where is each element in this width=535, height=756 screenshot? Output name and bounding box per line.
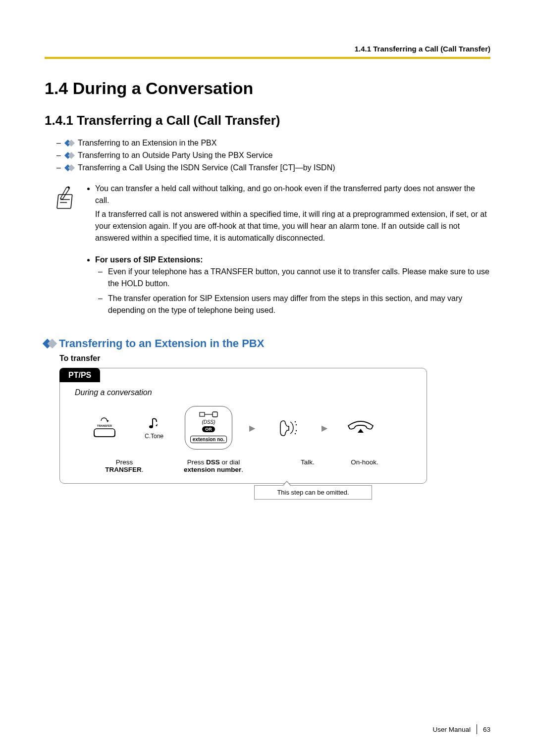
diamond-bullet-icon <box>65 165 74 170</box>
svg-rect-6 <box>94 429 115 437</box>
sip-note: For users of SIP Extensions: Even if you… <box>84 254 490 316</box>
procedure-diagram: PT/PS During a conversation TRANSFER <box>59 368 427 484</box>
diamond-bullet-icon <box>44 340 56 347</box>
list-dash: – <box>56 137 65 150</box>
svg-point-12 <box>296 424 297 425</box>
pencil-note-icon <box>56 183 84 319</box>
page-number: 63 <box>483 726 490 733</box>
note-bullet: You can transfer a held call without tal… <box>95 183 490 244</box>
note-block: You can transfer a held call without tal… <box>56 183 490 319</box>
caption-onhook: On-hook. <box>337 458 392 473</box>
cross-ref-list: – Transferring to an Extension in the PB… <box>56 137 490 174</box>
or-label: OR <box>202 426 215 432</box>
flow-row: TRANSFER C.Tone <box>75 406 417 450</box>
procedure-heading: Transferring to an Extension in the PBX <box>59 337 264 350</box>
dss-or-extension: (DSS) OR extension no. <box>174 406 243 450</box>
sip-title: For users of SIP Extensions: <box>95 255 203 264</box>
subsection-heading: 1.4.1 Transferring a Call (Call Transfer… <box>45 113 490 128</box>
ctone-label: C.Tone <box>134 433 174 440</box>
procedure-subheading: To transfer <box>59 354 490 363</box>
svg-point-14 <box>295 433 296 434</box>
caption-talk: Talk. <box>278 458 337 473</box>
note-text: You can transfer a held call without tal… <box>95 184 475 204</box>
cross-ref-text: Transferring a Call Using the ISDN Servi… <box>78 162 335 174</box>
procedure-heading-row: Transferring to an Extension in the PBX <box>45 337 490 350</box>
svg-marker-4 <box>107 420 109 422</box>
svg-point-7 <box>149 425 153 428</box>
cross-ref-text: Transferring to an Outside Party Using t… <box>78 150 272 162</box>
svg-rect-10 <box>213 412 217 417</box>
transfer-button-icon: TRANSFER <box>75 417 134 439</box>
note-para: If a transferred call is not answered wi… <box>95 208 490 244</box>
svg-point-3 <box>68 187 70 189</box>
footer-label: User Manual <box>432 726 471 733</box>
dss-label: (DSS) <box>190 419 227 425</box>
sip-title-item: For users of SIP Extensions: Even if you… <box>95 254 490 316</box>
header-rule <box>45 57 490 59</box>
note-body: You can transfer a held call without tal… <box>84 183 490 319</box>
onhook-icon <box>333 418 388 438</box>
omit-step-tooltip: This step can be omitted. <box>254 485 372 500</box>
caption-transfer: Press TRANSFER. <box>75 458 174 473</box>
svg-marker-15 <box>358 429 364 433</box>
diamond-bullet-icon <box>65 153 74 158</box>
page-footer: User Manual 63 <box>45 724 490 734</box>
cross-ref-text: Transferring to an Extension in the PBX <box>78 137 216 150</box>
svg-text:TRANSFER: TRANSFER <box>97 424 112 427</box>
diagram-context: During a conversation <box>75 388 417 397</box>
arrow-icon: ▶ <box>243 423 261 433</box>
footer-divider <box>477 724 477 734</box>
tooltip-text: This step can be omitted. <box>277 489 349 496</box>
section-heading: 1.4 During a Conversation <box>45 79 490 98</box>
diagram-tab: PT/PS <box>59 368 100 382</box>
page: 1.4.1 Transferring a Call (Call Transfer… <box>0 0 535 756</box>
svg-point-13 <box>296 430 297 431</box>
talk-icon <box>261 416 316 440</box>
cross-ref-item: – Transferring a Call Using the ISDN Ser… <box>56 162 490 174</box>
diamond-bullet-icon <box>65 141 74 146</box>
extension-no-label: extension no. <box>190 436 227 443</box>
flow-captions: Press TRANSFER. Press DSS or dial extens… <box>75 458 417 473</box>
confirmation-tone-icon: C.Tone <box>134 416 174 440</box>
svg-point-11 <box>295 421 296 422</box>
header-breadcrumb: 1.4.1 Transferring a Call (Call Transfer… <box>45 45 490 53</box>
arrow-icon: ▶ <box>316 423 333 433</box>
cross-ref-item: – Transferring to an Outside Party Using… <box>56 150 490 162</box>
sip-sub-item: Even if your telephone has a TRANSFER bu… <box>108 266 490 290</box>
cross-ref-item: – Transferring to an Extension in the PB… <box>56 137 490 150</box>
svg-rect-8 <box>200 412 205 416</box>
sip-sub-item: The transfer operation for SIP Extension… <box>108 293 490 316</box>
caption-dss: Press DSS or dial extension number. <box>174 458 253 473</box>
